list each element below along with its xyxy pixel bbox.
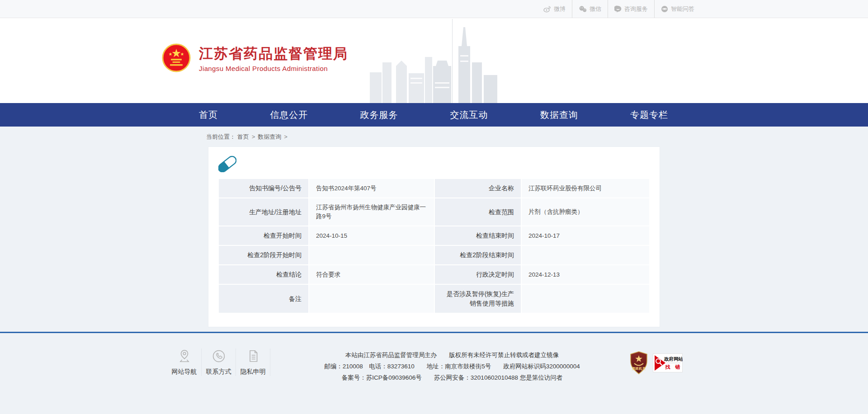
error-badge-bottom-text: 找 错 [665, 364, 682, 370]
party-government-shield-badge[interactable]: 党政机关 [629, 351, 648, 376]
detail-label: 检查结束时间 [434, 226, 521, 245]
top-utility-bar: 微博微信咨询服务智能问答 [0, 0, 868, 18]
breadcrumb-link[interactable]: 数据查询 [258, 133, 281, 140]
topbar-link-qa-robot[interactable]: 智能问答 [654, 0, 701, 18]
detail-value: 片剂（含抗肿瘤类） [521, 198, 650, 226]
national-emblem-icon [162, 43, 191, 74]
site-header: 江苏省药品监督管理局 Jiangsu Medical Products Admi… [0, 18, 868, 103]
nav-item-2[interactable]: 政务服务 [360, 103, 398, 127]
topbar-link-label: 微博 [554, 0, 566, 18]
wechat-icon [579, 5, 587, 13]
nav-item-3[interactable]: 交流互动 [450, 103, 488, 127]
detail-label: 备注 [218, 284, 309, 313]
topbar-link-consult[interactable]: 咨询服务 [608, 0, 654, 18]
main-navigation: 首页信息公开政务服务交流互动数据查询专题专栏 [0, 103, 868, 127]
detail-value: 江苏省扬州市扬州生物健康产业园健康一路9号 [309, 198, 434, 226]
topbar-link-label: 微信 [590, 0, 601, 18]
footer-info-text: 本站由江苏省药品监督管理局主办 版权所有未经许可禁止转载或者建立镜像邮编：210… [270, 348, 629, 383]
detail-label: 生产地址/注册地址 [218, 198, 309, 226]
weibo-icon [543, 5, 551, 13]
city-skyline-graphic [370, 19, 505, 103]
detail-label: 检查开始时间 [218, 226, 309, 245]
footer-line: 备案号：苏ICP备09039606号 苏公网安备：32010602010488 … [288, 372, 616, 383]
quick-link-label: 隐私申明 [239, 368, 267, 376]
detail-label: 是否涉及暂停(恢复)生产销售使用等措施 [434, 284, 521, 313]
site-title: 江苏省药品监督管理局 [199, 46, 348, 62]
detail-value [521, 284, 650, 313]
detail-value: 2024-10-15 [309, 226, 434, 245]
breadcrumb-separator: > [252, 133, 255, 140]
detail-label: 企业名称 [434, 179, 521, 198]
topbar-link-weibo[interactable]: 微博 [537, 0, 572, 18]
shield-badge-text: 党政机关 [632, 367, 646, 371]
breadcrumb-prefix: 当前位置： [206, 133, 237, 140]
breadcrumb-separator: > [284, 133, 288, 140]
detail-row: 生产地址/注册地址江苏省扬州市扬州生物健康产业园健康一路9号检查范围片剂（含抗肿… [218, 198, 650, 226]
detail-row: 检查2阶段开始时间检查2阶段结束时间 [218, 245, 650, 265]
nav-item-5[interactable]: 专题专栏 [630, 103, 668, 127]
detail-label: 行政决定时间 [434, 265, 521, 284]
qa-robot-icon [661, 5, 668, 13]
footer-quick-link-phone[interactable]: 联系方式 [202, 348, 236, 376]
footer-line: 邮编：210008 电话：83273610 地址：南京市鼓楼街5号 政府网站标识… [288, 361, 616, 372]
map-pin-icon [170, 348, 198, 364]
detail-value: 江苏联环药业股份有限公司 [521, 179, 650, 198]
detail-row: 检查结论符合要求行政决定时间2024-12-13 [218, 265, 650, 284]
site-subtitle: Jiangsu Medical Products Administration [199, 65, 348, 72]
consult-icon [614, 5, 622, 13]
detail-label: 告知书编号/公告号 [218, 179, 309, 198]
error-badge-top-text: 政府网站 [664, 356, 683, 362]
site-footer: 网站导航联系方式隐私申明 本站由江苏省药品监督管理局主办 版权所有未经许可禁止转… [0, 332, 868, 396]
detail-value [521, 245, 650, 265]
detail-label: 检查2阶段结束时间 [434, 245, 521, 265]
topbar-link-label: 咨询服务 [624, 0, 648, 18]
breadcrumb-link[interactable]: 首页 [237, 133, 249, 140]
detail-value: 2024-10-17 [521, 226, 650, 245]
footer-quick-link-map-pin[interactable]: 网站导航 [167, 348, 202, 376]
breadcrumb-bar: 当前位置： 首页>数据查询> [0, 127, 868, 146]
nav-item-4[interactable]: 数据查询 [540, 103, 578, 127]
nav-item-0[interactable]: 首页 [199, 103, 218, 127]
quick-link-label: 联系方式 [204, 368, 233, 376]
nav-item-1[interactable]: 信息公开 [270, 103, 308, 127]
footer-quick-link-privacy-doc[interactable]: 隐私申明 [236, 348, 270, 376]
detail-value: 符合要求 [309, 265, 434, 284]
detail-value: 2024-12-13 [521, 265, 650, 284]
site-logo[interactable]: 江苏省药品监督管理局 Jiangsu Medical Products Admi… [162, 43, 348, 74]
inspection-detail-table: 告知书编号/公告号告知书2024年第407号企业名称江苏联环药业股份有限公司生产… [218, 179, 650, 313]
detail-value: 告知书2024年第407号 [309, 179, 434, 198]
detail-label: 检查范围 [434, 198, 521, 226]
pill-icon [218, 156, 650, 172]
topbar-link-label: 智能问答 [671, 0, 694, 18]
detail-row: 告知书编号/公告号告知书2024年第407号企业名称江苏联环药业股份有限公司 [218, 179, 650, 198]
detail-row: 检查开始时间2024-10-15检查结束时间2024-10-17 [218, 226, 650, 245]
detail-label: 检查结论 [218, 265, 309, 284]
phone-icon [204, 348, 233, 364]
privacy-doc-icon [239, 348, 267, 364]
detail-row: 备注是否涉及暂停(恢复)生产销售使用等措施 [218, 284, 650, 313]
topbar-link-wechat[interactable]: 微信 [572, 0, 608, 18]
gov-site-error-report-badge[interactable]: 政府网站 找 错 [653, 353, 683, 374]
detail-label: 检查2阶段开始时间 [218, 245, 309, 265]
detail-value [309, 245, 434, 265]
detail-value [309, 284, 434, 313]
quick-link-label: 网站导航 [170, 368, 198, 376]
inspection-detail-card: 告知书编号/公告号告知书2024年第407号企业名称江苏联环药业股份有限公司生产… [208, 146, 660, 327]
footer-line: 本站由江苏省药品监督管理局主办 版权所有未经许可禁止转载或者建立镜像 [288, 349, 616, 361]
